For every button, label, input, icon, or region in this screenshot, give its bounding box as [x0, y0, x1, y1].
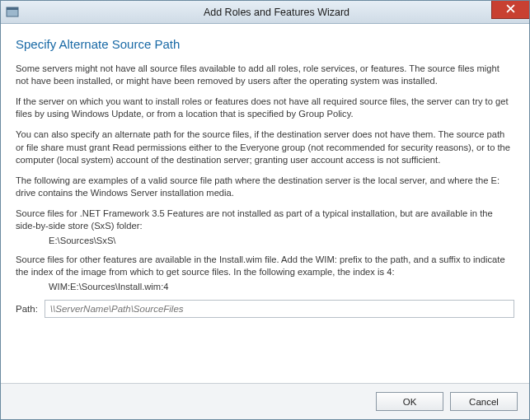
app-icon: [6, 6, 19, 19]
example-wim-path: WIM:E:\Sources\Install.wim:4: [16, 282, 514, 292]
path-input[interactable]: [45, 300, 514, 318]
close-button[interactable]: [491, 1, 529, 19]
svg-rect-1: [7, 7, 18, 10]
example-wim-text: Source files for other features are avai…: [16, 254, 514, 278]
dialog-content: Specify Alternate Source Path Some serve…: [1, 24, 529, 383]
cancel-button[interactable]: Cancel: [450, 392, 518, 411]
page-heading: Specify Alternate Source Path: [16, 37, 514, 51]
ok-button[interactable]: OK: [376, 392, 443, 411]
example-sxs-text: Source files for .NET Framework 3.5 Feat…: [16, 208, 514, 232]
dialog-footer: OK Cancel: [1, 383, 529, 419]
path-row: Path:: [16, 300, 514, 318]
intro-paragraph-3: You can also specify an alternate path f…: [16, 128, 514, 166]
close-icon: [506, 4, 515, 16]
path-label: Path:: [16, 304, 38, 314]
body-text: Some servers might not have all source f…: [16, 63, 514, 318]
intro-paragraph-2: If the server on which you want to insta…: [16, 96, 514, 120]
window-title: Add Roles and Features Wizard: [24, 7, 529, 18]
titlebar: Add Roles and Features Wizard: [1, 1, 529, 24]
dialog-window: Add Roles and Features Wizard Specify Al…: [0, 0, 530, 420]
intro-paragraph-4: The following are examples of a valid so…: [16, 175, 514, 199]
example-sxs-path: E:\Sources\SxS\: [16, 236, 514, 245]
intro-paragraph-1: Some servers might not have all source f…: [16, 63, 514, 87]
